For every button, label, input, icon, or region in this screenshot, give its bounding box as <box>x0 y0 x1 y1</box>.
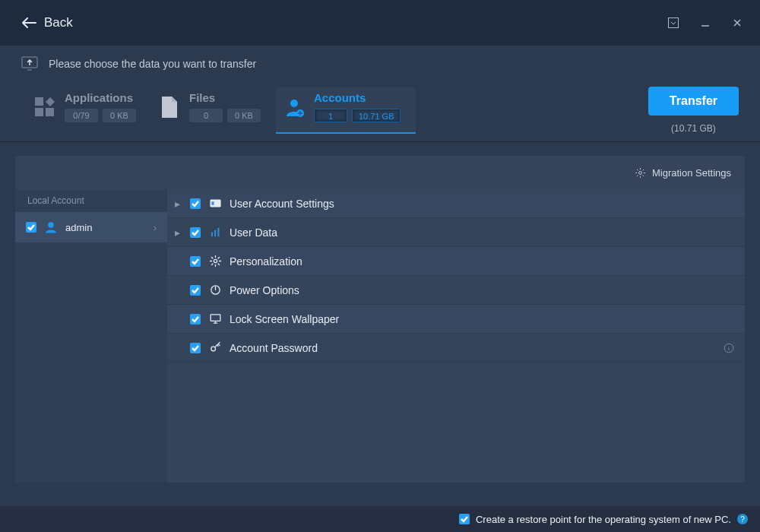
checkbox[interactable] <box>26 222 36 233</box>
tab-accounts-title: Accounts <box>314 91 401 104</box>
tab-applications[interactable]: Applications 0/79 0 KB <box>27 87 151 133</box>
tabs-area: Applications 0/79 0 KB Files 0 0 KB <box>0 87 760 142</box>
close-icon <box>732 17 743 28</box>
transfer-button[interactable]: Transfer <box>648 87 739 116</box>
svg-rect-4 <box>35 108 43 116</box>
sidebar-item-label: admin <box>65 222 92 233</box>
bars-icon <box>208 226 222 239</box>
svg-rect-2 <box>35 97 43 106</box>
user-icon <box>44 220 58 234</box>
footer: Create a restore point for the operating… <box>0 506 760 532</box>
back-label: Back <box>44 15 73 30</box>
tree-row[interactable]: ▸ Personalization <box>167 247 745 276</box>
tab-files[interactable]: Files 0 0 KB <box>151 87 276 133</box>
tree-row-label: Account Password <box>230 342 318 354</box>
svg-marker-3 <box>46 97 55 106</box>
upload-icon <box>21 56 38 71</box>
checkbox[interactable] <box>190 227 201 238</box>
tab-accounts-count: 1 <box>314 109 347 122</box>
checkbox[interactable] <box>190 256 201 267</box>
svg-rect-0 <box>669 18 679 28</box>
svg-point-8 <box>639 171 642 174</box>
gear-icon <box>635 167 646 179</box>
tab-files-count: 0 <box>189 109 223 122</box>
id-card-icon <box>208 197 222 210</box>
file-icon <box>160 97 179 118</box>
svg-rect-19 <box>211 315 220 321</box>
chevron-right-icon: › <box>154 222 157 233</box>
window-controls <box>658 9 752 36</box>
tab-applications-size: 0 KB <box>103 109 136 122</box>
checkbox[interactable] <box>190 314 201 325</box>
sidebar-header: Local Account <box>15 189 167 212</box>
checkbox[interactable] <box>190 198 201 209</box>
tree-row[interactable]: ▸ Account Password <box>167 334 745 363</box>
checkbox[interactable] <box>190 343 201 353</box>
tree-row-label: Personalization <box>230 255 302 268</box>
main-panel: Migration Settings Local Account admin ›… <box>15 156 745 483</box>
expand-caret-icon[interactable]: ▸ <box>175 198 182 210</box>
help-icon[interactable]: ? <box>737 514 748 524</box>
restore-label: Create a restore point for the operating… <box>476 514 731 525</box>
tree-row-label: User Data <box>230 226 277 239</box>
svg-rect-13 <box>215 204 220 204</box>
tree-row[interactable]: ▸ User Data <box>167 218 745 247</box>
key-icon <box>208 341 222 354</box>
tree-row-label: Power Options <box>230 284 299 296</box>
sidebar-item-admin[interactable]: admin › <box>15 212 167 242</box>
arrow-left-icon <box>21 17 36 28</box>
monitor-icon <box>208 312 222 325</box>
restore-checkbox[interactable] <box>459 514 470 524</box>
migration-settings-label: Migration Settings <box>652 167 731 179</box>
svg-rect-14 <box>211 233 212 237</box>
svg-rect-5 <box>46 108 54 116</box>
power-icon <box>208 283 222 296</box>
instruction-text: Please choose the data you want to trans… <box>49 58 256 70</box>
checkbox[interactable] <box>190 285 201 296</box>
svg-rect-12 <box>215 201 220 202</box>
svg-rect-15 <box>214 230 216 237</box>
tab-files-size: 0 KB <box>227 109 261 122</box>
apps-icon <box>35 97 55 117</box>
instruction-bar: Please choose the data you want to trans… <box>0 46 760 87</box>
settings-tree: ▸ User Account Settings ▸ User Data ▸ Pe… <box>167 189 745 483</box>
back-button[interactable]: Back <box>21 15 73 30</box>
svg-rect-11 <box>211 201 214 206</box>
info-icon[interactable] <box>724 343 734 353</box>
minimize-button[interactable] <box>690 9 720 36</box>
dropdown-icon <box>668 17 679 28</box>
minimize-icon <box>700 17 711 28</box>
dropdown-button[interactable] <box>658 9 689 36</box>
tab-applications-title: Applications <box>65 91 136 104</box>
close-button[interactable] <box>722 9 752 36</box>
tab-applications-count: 0/79 <box>65 109 98 122</box>
svg-point-17 <box>214 259 217 262</box>
tree-row-label: Lock Screen Wallpaper <box>230 313 339 325</box>
transfer-side: Transfer (10.71 GB) <box>648 87 739 141</box>
svg-rect-16 <box>217 228 219 236</box>
titlebar: Back <box>0 0 760 46</box>
transfer-size: (10.71 GB) <box>671 123 716 134</box>
tab-accounts-size: 10.71 GB <box>352 109 401 122</box>
tree-row-label: User Account Settings <box>230 198 334 210</box>
svg-point-9 <box>48 222 54 228</box>
gear-icon <box>208 255 222 268</box>
tree-row[interactable]: ▸ User Account Settings <box>167 189 745 218</box>
migration-settings-link[interactable]: Migration Settings <box>635 167 731 179</box>
tree-row[interactable]: ▸ Lock Screen Wallpaper <box>167 305 745 334</box>
tree-row[interactable]: ▸ Power Options <box>167 276 745 305</box>
svg-point-6 <box>290 100 298 107</box>
tab-files-title: Files <box>189 91 261 104</box>
account-icon <box>283 97 305 118</box>
accounts-sidebar: Local Account admin › <box>15 189 167 483</box>
tab-accounts[interactable]: Accounts 1 10.71 GB <box>276 87 416 133</box>
expand-caret-icon[interactable]: ▸ <box>175 226 182 239</box>
